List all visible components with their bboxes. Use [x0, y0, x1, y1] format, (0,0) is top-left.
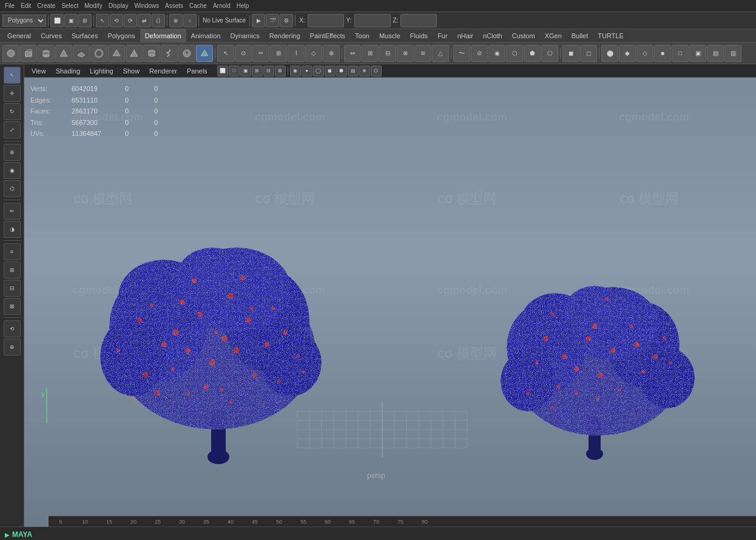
anim5-icon[interactable]: □ [672, 45, 689, 62]
deform1-icon[interactable]: 〜 [453, 45, 470, 62]
menu-general[interactable]: General [2, 29, 36, 42]
move-tool-btn[interactable]: ✛ [4, 85, 21, 102]
anim4-icon[interactable]: ■ [654, 45, 671, 62]
vp-icon-8[interactable]: ● [302, 66, 312, 76]
tb-icon-11[interactable]: ▶ [252, 14, 265, 27]
shape-cylinder-icon[interactable] [38, 45, 55, 62]
shape-pyramid-icon[interactable] [126, 45, 143, 62]
viewport-menu-renderer[interactable]: Renderer [144, 64, 182, 77]
tb-icon-9[interactable]: ⊕ [169, 14, 183, 27]
anim3-icon[interactable]: ◇ [636, 45, 653, 62]
deform3-icon[interactable]: ◉ [488, 45, 505, 62]
menu-arnold[interactable]: Arnold [211, 2, 233, 9]
menu-cache[interactable]: Cache [187, 2, 209, 9]
vp-icon-2[interactable]: □ [229, 66, 240, 76]
select-tool-btn[interactable]: ↖ [4, 67, 21, 84]
x-field[interactable] [308, 14, 344, 27]
menu-assets[interactable]: Assets [163, 2, 186, 9]
vp-icon-12[interactable]: ▤ [348, 66, 359, 76]
shape-platonic-icon[interactable] [196, 45, 213, 62]
menu-curves[interactable]: Curves [36, 29, 67, 42]
menu-turtle[interactable]: TURTLE [593, 29, 629, 42]
menu-muscle[interactable]: Muscle [374, 29, 405, 42]
vp-icon-13[interactable]: ⊕ [359, 66, 370, 76]
vp-icon-3[interactable]: ▣ [240, 66, 251, 76]
menu-surfaces[interactable]: Surfaces [67, 29, 103, 42]
shape-sphere-icon[interactable] [2, 45, 19, 62]
shape-pipe-icon[interactable] [143, 45, 160, 62]
snap-btn[interactable]: ⊟ [4, 280, 21, 297]
boolean-icon[interactable]: ⊗ [397, 45, 414, 62]
deform6-icon[interactable]: ⬠ [541, 45, 558, 62]
merge-icon[interactable]: ⊕ [323, 45, 340, 62]
viewport-menu-show[interactable]: Show [118, 64, 145, 77]
shape-helix-icon[interactable] [161, 45, 178, 62]
deform5-icon[interactable]: ⬟ [524, 45, 541, 62]
triangulate-icon[interactable]: △ [432, 45, 449, 62]
anim6-icon[interactable]: ▣ [689, 45, 706, 62]
tb-icon-1[interactable]: ⬜ [50, 14, 64, 27]
channel-btn[interactable]: ⊕ [4, 339, 21, 356]
z-field[interactable] [400, 14, 437, 27]
deform4-icon[interactable]: ⬡ [506, 45, 523, 62]
menu-ncloth[interactable]: nCloth [478, 29, 507, 42]
transform-tool-btn[interactable]: ⊕ [4, 144, 21, 161]
vp-icon-7[interactable]: ◉ [290, 66, 301, 76]
menu-fluids[interactable]: Fluids [405, 29, 433, 42]
menu-toon[interactable]: Toon [350, 29, 374, 42]
viewport-menu-shading[interactable]: Shading [51, 64, 85, 77]
shape-prism-icon[interactable] [108, 45, 125, 62]
menu-modify[interactable]: Modify [82, 2, 104, 9]
grid-snap-btn[interactable]: ⊠ [4, 298, 21, 315]
menu-painteffects[interactable]: PaintEffects [305, 29, 351, 42]
vp-icon-4[interactable]: ⊞ [252, 66, 263, 76]
tb-icon-13[interactable]: ⚙ [280, 14, 293, 27]
tb-icon-10[interactable]: ○ [183, 14, 197, 27]
paint-btn[interactable]: ✏ [4, 203, 21, 220]
show-menu-btn[interactable]: ≡ [4, 243, 21, 260]
anim2-icon[interactable]: ◆ [619, 45, 636, 62]
tb-icon-7[interactable]: ⇄ [138, 14, 151, 27]
scale-tool-btn[interactable]: ⤢ [4, 121, 21, 138]
lasso-tool-btn[interactable]: ⌬ [4, 180, 21, 197]
menu-help[interactable]: Help [234, 2, 252, 9]
deform2-icon[interactable]: ⊘ [471, 45, 488, 62]
shape-torus-icon[interactable] [90, 45, 107, 62]
shape-plane-icon[interactable] [73, 45, 90, 62]
tb-icon-4[interactable]: ↖ [96, 14, 109, 27]
render1-icon[interactable]: ◼ [562, 45, 579, 62]
menu-select[interactable]: Select [59, 2, 81, 9]
anim1-icon[interactable]: ⬤ [601, 45, 618, 62]
menu-file[interactable]: File [2, 2, 17, 9]
viewport-menu-panels[interactable]: Panels [182, 64, 212, 77]
smooth-icon[interactable]: ≋ [414, 45, 431, 62]
tb-icon-5[interactable]: ⟲ [110, 14, 123, 27]
artisan-btn[interactable]: ◑ [4, 221, 21, 238]
vp-icon-6[interactable]: ⊠ [275, 66, 286, 76]
anim8-icon[interactable]: ▥ [724, 45, 741, 62]
menu-fur[interactable]: Fur [433, 29, 453, 42]
menu-windows[interactable]: Windows [132, 2, 161, 9]
soft-select-btn[interactable]: ◉ [4, 162, 21, 179]
layout-btn[interactable]: ⊞ [4, 262, 21, 278]
mode-dropdown[interactable]: Polygons [2, 15, 46, 27]
shape-cone-icon[interactable] [55, 45, 72, 62]
mirror-icon[interactable]: ⇔ [344, 45, 361, 62]
vp-icon-9[interactable]: ◯ [313, 66, 324, 76]
viewport-menu-lighting[interactable]: Lighting [85, 64, 118, 77]
shape-cube-icon[interactable] [20, 45, 37, 62]
tb-icon-3[interactable]: ⊞ [78, 14, 92, 27]
menu-nhair[interactable]: nHair [453, 29, 478, 42]
separate-icon[interactable]: ⊟ [379, 45, 396, 62]
vp-icon-5[interactable]: ⊟ [263, 66, 274, 76]
tb-icon-6[interactable]: ⟳ [124, 14, 137, 27]
menu-animation[interactable]: Animation [186, 29, 226, 42]
y-field[interactable] [354, 14, 391, 27]
viewport-menu-view[interactable]: View [27, 64, 51, 77]
history-btn[interactable]: ⟲ [4, 320, 21, 337]
vp-icon-1[interactable]: ⬜ [217, 66, 228, 76]
menu-display[interactable]: Display [106, 2, 131, 9]
tb-icon-8[interactable]: ⟨⟩ [152, 14, 165, 27]
lasso-icon[interactable]: ⊙ [235, 45, 252, 62]
vp-icon-14[interactable]: ⌬ [371, 66, 382, 76]
